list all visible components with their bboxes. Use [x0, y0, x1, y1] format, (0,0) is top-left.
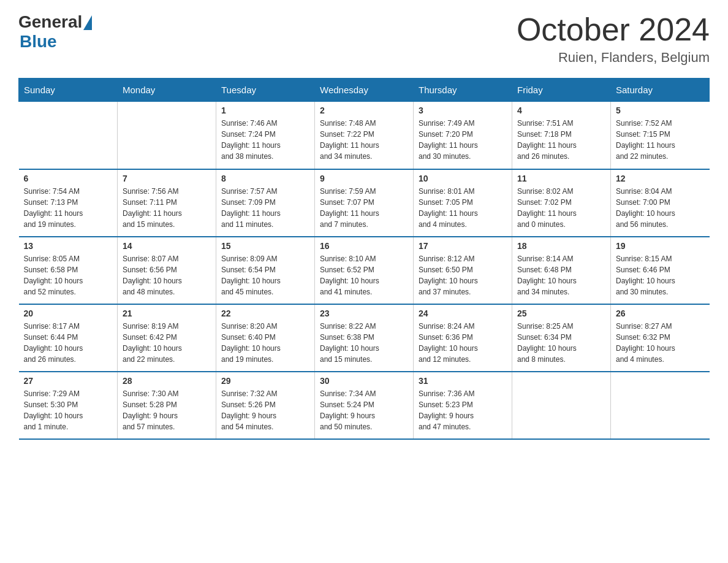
day-number: 3 [419, 105, 507, 115]
day-number: 20 [24, 308, 113, 318]
calendar-table: SundayMondayTuesdayWednesdayThursdayFrid… [18, 78, 710, 440]
day-number: 8 [221, 174, 309, 183]
calendar-header: SundayMondayTuesdayWednesdayThursdayFrid… [19, 79, 710, 102]
day-number: 16 [320, 241, 408, 251]
header-cell-friday: Friday [512, 79, 611, 102]
day-number: 18 [517, 241, 605, 251]
week-row-1: 1Sunrise: 7:46 AM Sunset: 7:24 PM Daylig… [19, 102, 710, 169]
week-row-4: 20Sunrise: 8:17 AM Sunset: 6:44 PM Dayli… [19, 304, 710, 372]
day-info: Sunrise: 7:56 AM Sunset: 7:11 PM Dayligh… [123, 186, 211, 230]
day-cell: 1Sunrise: 7:46 AM Sunset: 7:24 PM Daylig… [216, 102, 315, 169]
day-info: Sunrise: 8:25 AM Sunset: 6:34 PM Dayligh… [517, 321, 605, 365]
day-cell: 30Sunrise: 7:34 AM Sunset: 5:24 PM Dayli… [315, 372, 414, 439]
day-number: 13 [24, 241, 113, 251]
page-header: General Blue October 2024 Ruien, Flander… [18, 12, 710, 66]
day-info: Sunrise: 8:12 AM Sunset: 6:50 PM Dayligh… [419, 253, 507, 297]
day-number: 17 [419, 241, 507, 251]
day-info: Sunrise: 8:22 AM Sunset: 6:38 PM Dayligh… [320, 321, 408, 365]
day-cell: 26Sunrise: 8:27 AM Sunset: 6:32 PM Dayli… [611, 304, 710, 372]
day-cell: 5Sunrise: 7:52 AM Sunset: 7:15 PM Daylig… [611, 102, 710, 169]
day-info: Sunrise: 7:48 AM Sunset: 7:22 PM Dayligh… [320, 118, 408, 162]
day-number: 4 [517, 105, 605, 115]
day-info: Sunrise: 7:59 AM Sunset: 7:07 PM Dayligh… [320, 186, 408, 230]
week-row-3: 13Sunrise: 8:05 AM Sunset: 6:58 PM Dayli… [19, 237, 710, 304]
day-cell: 29Sunrise: 7:32 AM Sunset: 5:26 PM Dayli… [216, 372, 315, 439]
header-cell-tuesday: Tuesday [216, 79, 315, 102]
day-number: 26 [616, 308, 705, 318]
location-text: Ruien, Flanders, Belgium [517, 50, 710, 66]
day-cell [19, 102, 118, 169]
day-info: Sunrise: 7:32 AM Sunset: 5:26 PM Dayligh… [221, 388, 309, 432]
day-info: Sunrise: 7:29 AM Sunset: 5:30 PM Dayligh… [24, 388, 113, 432]
day-cell: 8Sunrise: 7:57 AM Sunset: 7:09 PM Daylig… [216, 169, 315, 237]
day-info: Sunrise: 7:36 AM Sunset: 5:23 PM Dayligh… [419, 388, 507, 432]
header-cell-sunday: Sunday [19, 79, 118, 102]
day-info: Sunrise: 8:14 AM Sunset: 6:48 PM Dayligh… [517, 253, 605, 297]
day-cell: 13Sunrise: 8:05 AM Sunset: 6:58 PM Dayli… [19, 237, 118, 304]
day-cell: 7Sunrise: 7:56 AM Sunset: 7:11 PM Daylig… [118, 169, 216, 237]
day-cell: 23Sunrise: 8:22 AM Sunset: 6:38 PM Dayli… [315, 304, 414, 372]
day-info: Sunrise: 8:15 AM Sunset: 6:46 PM Dayligh… [616, 253, 705, 297]
day-cell: 4Sunrise: 7:51 AM Sunset: 7:18 PM Daylig… [512, 102, 611, 169]
day-number: 15 [221, 241, 309, 251]
day-cell: 21Sunrise: 8:19 AM Sunset: 6:42 PM Dayli… [118, 304, 216, 372]
day-cell: 10Sunrise: 8:01 AM Sunset: 7:05 PM Dayli… [414, 169, 512, 237]
logo-general-text: General [18, 12, 82, 32]
header-cell-saturday: Saturday [611, 79, 710, 102]
day-number: 31 [419, 376, 507, 386]
day-number: 24 [419, 308, 507, 318]
day-info: Sunrise: 8:24 AM Sunset: 6:36 PM Dayligh… [419, 321, 507, 365]
header-cell-wednesday: Wednesday [315, 79, 414, 102]
day-info: Sunrise: 8:07 AM Sunset: 6:56 PM Dayligh… [123, 253, 211, 297]
day-info: Sunrise: 8:02 AM Sunset: 7:02 PM Dayligh… [517, 186, 605, 230]
day-cell: 16Sunrise: 8:10 AM Sunset: 6:52 PM Dayli… [315, 237, 414, 304]
title-area: October 2024 Ruien, Flanders, Belgium [517, 12, 710, 66]
day-info: Sunrise: 7:57 AM Sunset: 7:09 PM Dayligh… [221, 186, 309, 230]
month-title: October 2024 [517, 12, 710, 47]
day-number: 23 [320, 308, 408, 318]
day-cell: 6Sunrise: 7:54 AM Sunset: 7:13 PM Daylig… [19, 169, 118, 237]
day-info: Sunrise: 8:09 AM Sunset: 6:54 PM Dayligh… [221, 253, 309, 297]
day-number: 14 [123, 241, 211, 251]
day-number: 2 [320, 105, 408, 115]
header-row: SundayMondayTuesdayWednesdayThursdayFrid… [19, 79, 710, 102]
logo: General Blue [18, 12, 92, 52]
day-number: 7 [123, 174, 211, 183]
day-number: 21 [123, 308, 211, 318]
day-number: 6 [24, 174, 113, 183]
day-cell [118, 102, 216, 169]
day-number: 11 [517, 174, 605, 183]
day-number: 1 [221, 105, 309, 115]
day-cell: 28Sunrise: 7:30 AM Sunset: 5:28 PM Dayli… [118, 372, 216, 439]
day-info: Sunrise: 7:49 AM Sunset: 7:20 PM Dayligh… [419, 118, 507, 162]
day-number: 25 [517, 308, 605, 318]
day-number: 12 [616, 174, 705, 183]
day-cell: 19Sunrise: 8:15 AM Sunset: 6:46 PM Dayli… [611, 237, 710, 304]
day-cell: 9Sunrise: 7:59 AM Sunset: 7:07 PM Daylig… [315, 169, 414, 237]
logo-blue-text: Blue [20, 32, 57, 52]
week-row-2: 6Sunrise: 7:54 AM Sunset: 7:13 PM Daylig… [19, 169, 710, 237]
day-number: 30 [320, 376, 408, 386]
day-info: Sunrise: 7:46 AM Sunset: 7:24 PM Dayligh… [221, 118, 309, 162]
day-cell: 11Sunrise: 8:02 AM Sunset: 7:02 PM Dayli… [512, 169, 611, 237]
week-row-5: 27Sunrise: 7:29 AM Sunset: 5:30 PM Dayli… [19, 372, 710, 439]
day-info: Sunrise: 8:19 AM Sunset: 6:42 PM Dayligh… [123, 321, 211, 365]
header-cell-monday: Monday [118, 79, 216, 102]
logo-flag-icon [83, 15, 92, 30]
day-cell: 18Sunrise: 8:14 AM Sunset: 6:48 PM Dayli… [512, 237, 611, 304]
day-number: 22 [221, 308, 309, 318]
day-cell: 15Sunrise: 8:09 AM Sunset: 6:54 PM Dayli… [216, 237, 315, 304]
day-number: 28 [123, 376, 211, 386]
header-cell-thursday: Thursday [414, 79, 512, 102]
day-cell: 12Sunrise: 8:04 AM Sunset: 7:00 PM Dayli… [611, 169, 710, 237]
day-number: 27 [24, 376, 113, 386]
day-cell: 25Sunrise: 8:25 AM Sunset: 6:34 PM Dayli… [512, 304, 611, 372]
day-number: 10 [419, 174, 507, 183]
day-cell: 2Sunrise: 7:48 AM Sunset: 7:22 PM Daylig… [315, 102, 414, 169]
day-cell [611, 372, 710, 439]
day-number: 19 [616, 241, 705, 251]
day-info: Sunrise: 7:54 AM Sunset: 7:13 PM Dayligh… [24, 186, 113, 230]
day-number: 9 [320, 174, 408, 183]
day-cell: 20Sunrise: 8:17 AM Sunset: 6:44 PM Dayli… [19, 304, 118, 372]
day-cell [512, 372, 611, 439]
